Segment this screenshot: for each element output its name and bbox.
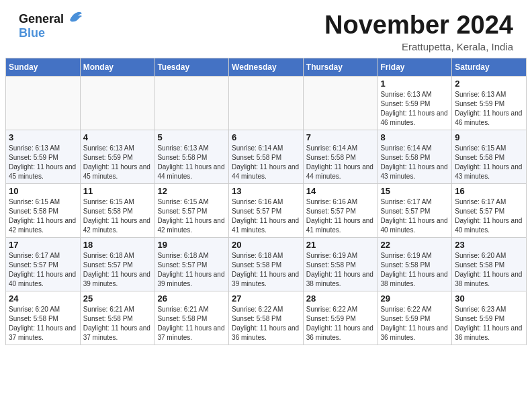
calendar-week-1: 1Sunrise: 6:13 AMSunset: 5:59 PMDaylight…: [6, 77, 527, 130]
calendar-header-saturday: Saturday: [452, 58, 527, 77]
location: Erattupetta, Kerala, India: [324, 41, 513, 52]
day-number: 9: [455, 132, 523, 142]
calendar-header-monday: Monday: [80, 58, 154, 77]
calendar-cell: 3Sunrise: 6:13 AMSunset: 5:59 PMDaylight…: [6, 130, 81, 184]
day-number: 1: [381, 79, 449, 89]
cell-info: Sunrise: 6:23 AMSunset: 5:59 PMDaylight:…: [455, 305, 523, 342]
cell-info: Sunrise: 6:16 AMSunset: 5:57 PMDaylight:…: [232, 197, 300, 235]
calendar-cell: 26Sunrise: 6:21 AMSunset: 5:58 PMDayligh…: [154, 291, 229, 345]
calendar-cell: 16Sunrise: 6:17 AMSunset: 5:57 PMDayligh…: [452, 184, 527, 238]
calendar-cell: 29Sunrise: 6:22 AMSunset: 5:59 PMDayligh…: [378, 291, 452, 345]
day-number: 18: [83, 240, 152, 250]
day-number: 17: [9, 240, 77, 250]
logo: General Blue: [19, 11, 83, 40]
calendar-cell: [6, 77, 81, 130]
day-number: 27: [232, 293, 300, 304]
calendar-cell: [80, 77, 154, 130]
calendar-cell: 20Sunrise: 6:18 AMSunset: 5:58 PMDayligh…: [229, 238, 304, 291]
day-number: 29: [381, 293, 449, 304]
calendar-header-thursday: Thursday: [303, 58, 378, 77]
calendar-cell: 24Sunrise: 6:20 AMSunset: 5:58 PMDayligh…: [6, 291, 81, 345]
calendar-cell: 1Sunrise: 6:13 AMSunset: 5:59 PMDaylight…: [378, 77, 452, 130]
cell-info: Sunrise: 6:15 AMSunset: 5:58 PMDaylight:…: [9, 197, 77, 235]
day-number: 24: [9, 293, 77, 304]
cell-info: Sunrise: 6:21 AMSunset: 5:58 PMDaylight:…: [157, 305, 226, 342]
calendar-cell: 25Sunrise: 6:21 AMSunset: 5:58 PMDayligh…: [80, 291, 154, 345]
calendar-cell: 8Sunrise: 6:14 AMSunset: 5:58 PMDaylight…: [378, 130, 452, 184]
day-number: 20: [232, 240, 300, 250]
page-header: General Blue November 2024: [5, 0, 527, 58]
day-number: 4: [83, 132, 152, 142]
calendar-cell: 14Sunrise: 6:16 AMSunset: 5:57 PMDayligh…: [303, 184, 378, 238]
calendar-header-sunday: Sunday: [6, 58, 81, 77]
calendar-cell: 19Sunrise: 6:18 AMSunset: 5:57 PMDayligh…: [154, 238, 229, 291]
day-number: 25: [83, 293, 152, 304]
day-number: 30: [455, 293, 523, 304]
day-number: 7: [306, 132, 375, 142]
calendar-cell: [303, 77, 378, 130]
day-number: 15: [381, 186, 449, 196]
calendar-cell: 27Sunrise: 6:22 AMSunset: 5:58 PMDayligh…: [229, 291, 304, 345]
logo-text: General Blue: [19, 11, 83, 40]
cell-info: Sunrise: 6:22 AMSunset: 5:59 PMDaylight:…: [381, 305, 449, 342]
cell-info: Sunrise: 6:18 AMSunset: 5:57 PMDaylight:…: [83, 251, 152, 289]
cell-info: Sunrise: 6:22 AMSunset: 5:59 PMDaylight:…: [306, 305, 375, 342]
calendar-cell: [229, 77, 304, 130]
calendar-cell: 22Sunrise: 6:19 AMSunset: 5:58 PMDayligh…: [378, 238, 452, 291]
day-number: 5: [157, 132, 226, 142]
cell-info: Sunrise: 6:15 AMSunset: 5:58 PMDaylight:…: [83, 197, 152, 235]
calendar-cell: 17Sunrise: 6:17 AMSunset: 5:57 PMDayligh…: [6, 238, 81, 291]
cell-info: Sunrise: 6:15 AMSunset: 5:58 PMDaylight:…: [455, 144, 523, 181]
cell-info: Sunrise: 6:14 AMSunset: 5:58 PMDaylight:…: [306, 144, 375, 181]
calendar-cell: 18Sunrise: 6:18 AMSunset: 5:57 PMDayligh…: [80, 238, 154, 291]
calendar-cell: 7Sunrise: 6:14 AMSunset: 5:58 PMDaylight…: [303, 130, 378, 184]
day-number: 16: [455, 186, 523, 196]
cell-info: Sunrise: 6:20 AMSunset: 5:58 PMDaylight:…: [9, 305, 77, 342]
cell-info: Sunrise: 6:18 AMSunset: 5:58 PMDaylight:…: [232, 251, 300, 289]
calendar-cell: 23Sunrise: 6:20 AMSunset: 5:58 PMDayligh…: [452, 238, 527, 291]
calendar-table: SundayMondayTuesdayWednesdayThursdayFrid…: [5, 58, 527, 345]
day-number: 23: [455, 240, 523, 250]
cell-info: Sunrise: 6:19 AMSunset: 5:58 PMDaylight:…: [306, 251, 375, 289]
day-number: 8: [381, 132, 449, 142]
cell-info: Sunrise: 6:14 AMSunset: 5:58 PMDaylight:…: [232, 144, 300, 181]
calendar-cell: 12Sunrise: 6:15 AMSunset: 5:57 PMDayligh…: [154, 184, 229, 238]
cell-info: Sunrise: 6:13 AMSunset: 5:59 PMDaylight:…: [381, 90, 449, 128]
cell-info: Sunrise: 6:13 AMSunset: 5:59 PMDaylight:…: [9, 144, 77, 181]
calendar-cell: 2Sunrise: 6:13 AMSunset: 5:59 PMDaylight…: [452, 77, 527, 130]
cell-info: Sunrise: 6:22 AMSunset: 5:58 PMDaylight:…: [232, 305, 300, 342]
cell-info: Sunrise: 6:13 AMSunset: 5:58 PMDaylight:…: [157, 144, 226, 181]
calendar-cell: 5Sunrise: 6:13 AMSunset: 5:58 PMDaylight…: [154, 130, 229, 184]
calendar-header-row: SundayMondayTuesdayWednesdayThursdayFrid…: [6, 58, 527, 77]
calendar-cell: 15Sunrise: 6:17 AMSunset: 5:57 PMDayligh…: [378, 184, 452, 238]
cell-info: Sunrise: 6:17 AMSunset: 5:57 PMDaylight:…: [9, 251, 77, 289]
day-number: 12: [157, 186, 226, 196]
day-number: 28: [306, 293, 375, 304]
cell-info: Sunrise: 6:20 AMSunset: 5:58 PMDaylight:…: [455, 251, 523, 289]
calendar-cell: 9Sunrise: 6:15 AMSunset: 5:58 PMDaylight…: [452, 130, 527, 184]
calendar-cell: [154, 77, 229, 130]
logo-blue: Blue: [19, 26, 83, 40]
cell-info: Sunrise: 6:16 AMSunset: 5:57 PMDaylight:…: [306, 197, 375, 235]
day-number: 2: [455, 79, 523, 89]
calendar-cell: 30Sunrise: 6:23 AMSunset: 5:59 PMDayligh…: [452, 291, 527, 345]
calendar-cell: 21Sunrise: 6:19 AMSunset: 5:58 PMDayligh…: [303, 238, 378, 291]
day-number: 3: [9, 132, 77, 142]
cell-info: Sunrise: 6:18 AMSunset: 5:57 PMDaylight:…: [157, 251, 226, 289]
calendar-week-3: 10Sunrise: 6:15 AMSunset: 5:58 PMDayligh…: [6, 184, 527, 238]
cell-info: Sunrise: 6:17 AMSunset: 5:57 PMDaylight:…: [381, 197, 449, 235]
day-number: 6: [232, 132, 300, 142]
calendar-week-2: 3Sunrise: 6:13 AMSunset: 5:59 PMDaylight…: [6, 130, 527, 184]
bird-icon: [69, 11, 83, 23]
cell-info: Sunrise: 6:21 AMSunset: 5:58 PMDaylight:…: [83, 305, 152, 342]
cell-info: Sunrise: 6:15 AMSunset: 5:57 PMDaylight:…: [157, 197, 226, 235]
cell-info: Sunrise: 6:19 AMSunset: 5:58 PMDaylight:…: [381, 251, 449, 289]
day-number: 10: [9, 186, 77, 196]
calendar-header-friday: Friday: [378, 58, 452, 77]
title-block: November 2024 Erattupetta, Kerala, India: [324, 11, 513, 52]
calendar-cell: 10Sunrise: 6:15 AMSunset: 5:58 PMDayligh…: [6, 184, 81, 238]
day-number: 11: [83, 186, 152, 196]
calendar-cell: 6Sunrise: 6:14 AMSunset: 5:58 PMDaylight…: [229, 130, 304, 184]
calendar-header-wednesday: Wednesday: [229, 58, 304, 77]
day-number: 13: [232, 186, 300, 196]
